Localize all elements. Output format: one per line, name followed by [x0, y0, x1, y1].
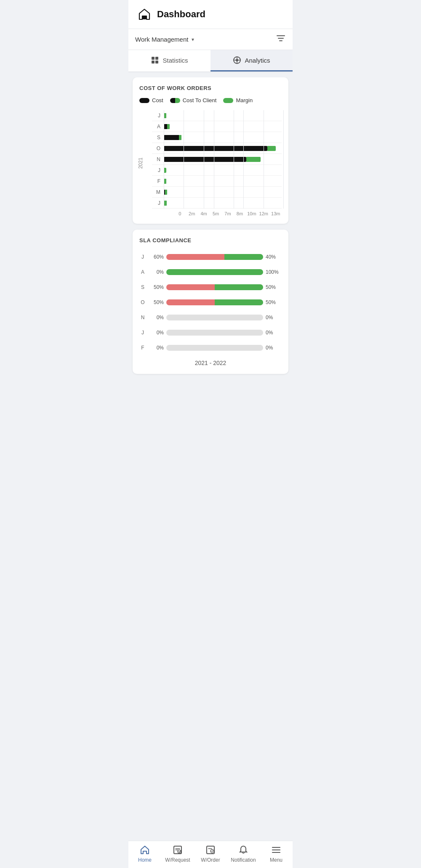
- sla-pass-bar: [224, 254, 263, 260]
- sla-rows: J 60% 40% A 0% 100% S 50% 50% O: [139, 249, 282, 355]
- x-axis: 02m4m5m7m8m10m12m13m: [152, 211, 282, 216]
- svg-point-15: [178, 850, 181, 853]
- sla-row-label: J: [139, 254, 146, 260]
- sla-pass-pct: 0%: [266, 330, 282, 336]
- margin-bar: [167, 124, 170, 129]
- cost-row-label: N: [152, 156, 160, 162]
- nav-home-label: Home: [138, 857, 152, 863]
- sla-row: O 50% 50%: [139, 295, 282, 310]
- sla-pass-pct: 100%: [266, 269, 282, 275]
- sla-row-label: S: [139, 284, 146, 290]
- menu-icon: [271, 844, 282, 855]
- svg-rect-7: [155, 61, 158, 64]
- x-tick: 5m: [210, 211, 221, 216]
- sla-fail-pct: 0%: [149, 345, 164, 351]
- home-header-icon: [137, 7, 152, 22]
- sla-fail-pct: 50%: [149, 299, 164, 305]
- notification-icon: [238, 844, 249, 855]
- nav-menu[interactable]: Menu: [264, 844, 289, 863]
- cost-chart-row: J: [152, 165, 282, 176]
- legend-cost-label: Cost: [152, 97, 163, 103]
- sla-bar: [166, 269, 263, 275]
- sla-pass-pct: 50%: [266, 284, 282, 290]
- sla-row: J 0% 0%: [139, 325, 282, 340]
- cost-row-label: O: [152, 146, 160, 151]
- cost-of-work-orders-card: COST OF WORK ORDERS Cost Cost To Client …: [133, 77, 288, 224]
- sla-pass-bar: [215, 299, 263, 305]
- y-axis-label: 2021: [138, 158, 144, 169]
- nav-notification-label: Notification: [231, 857, 256, 863]
- nav-home[interactable]: Home: [132, 844, 157, 863]
- cost-row-bars: [164, 189, 282, 196]
- scroll-area: COST OF WORK ORDERS Cost Cost To Client …: [128, 77, 293, 413]
- nav-menu-label: Menu: [270, 857, 282, 863]
- legend-margin-label: Margin: [236, 97, 253, 103]
- sla-pass-pct: 0%: [266, 345, 282, 351]
- cost-row-bars: [164, 167, 282, 174]
- sla-bar: [166, 254, 263, 260]
- margin-bar: [164, 168, 166, 173]
- cost-row-label: A: [152, 124, 160, 130]
- x-tick: 12m: [258, 211, 269, 216]
- x-tick: 8m: [234, 211, 245, 216]
- work-management-selector[interactable]: Work Management ▾: [135, 36, 194, 43]
- sla-row: S 50% 50%: [139, 280, 282, 295]
- cost-row-bars: [164, 178, 282, 185]
- sla-bar: [166, 330, 263, 336]
- sla-fail-pct: 0%: [149, 269, 164, 275]
- cost-row-bars: [164, 156, 282, 163]
- tab-statistics[interactable]: Statistics: [128, 50, 210, 71]
- cost-chart-row: O: [152, 143, 282, 154]
- home-nav-icon: [139, 844, 150, 855]
- sla-bar: [166, 315, 263, 320]
- sla-year-label: 2021 - 2022: [139, 360, 282, 366]
- svg-point-9: [236, 59, 238, 61]
- x-tick: 7m: [222, 211, 234, 216]
- x-tick: 0: [174, 211, 186, 216]
- worder-icon: [205, 844, 216, 855]
- sla-row-label: N: [139, 315, 146, 320]
- cost-chart-row: M: [152, 187, 282, 198]
- x-tick: 4m: [198, 211, 210, 216]
- sla-bar: [166, 284, 263, 290]
- filter-icon[interactable]: [276, 33, 286, 45]
- x-tick: 10m: [246, 211, 258, 216]
- grid-icon: [151, 56, 159, 64]
- legend-margin-dot: [223, 98, 233, 103]
- sla-row-label: F: [139, 345, 146, 351]
- nav-wrequest-label: W/Request: [165, 857, 190, 863]
- sla-row: A 0% 100%: [139, 265, 282, 280]
- svg-rect-5: [155, 57, 158, 60]
- sla-fail-pct: 0%: [149, 330, 164, 336]
- sla-pass-bar: [215, 284, 263, 290]
- cost-row-label: F: [152, 178, 160, 184]
- cost-chart-rows: JASONJFMJ: [152, 110, 282, 209]
- cost-chart-row: S: [152, 132, 282, 143]
- tab-analytics-label: Analytics: [245, 57, 270, 64]
- sla-chart-title: SLA COMPLIANCE: [139, 237, 282, 243]
- sla-fail-pct: 0%: [149, 315, 164, 320]
- cost-row-bars: [164, 112, 282, 119]
- legend-cost-to-client-dot: [170, 98, 180, 103]
- margin-bar: [164, 179, 166, 184]
- nav-notification[interactable]: Notification: [231, 844, 256, 863]
- tab-analytics[interactable]: Analytics: [210, 50, 293, 71]
- cost-chart-row: F: [152, 176, 282, 187]
- sla-row-label: A: [139, 269, 146, 275]
- tab-statistics-label: Statistics: [163, 57, 188, 64]
- sla-pass-pct: 50%: [266, 299, 282, 305]
- cost-row-bars: [164, 134, 282, 141]
- cost-row-bars: [164, 200, 282, 206]
- cost-chart-legend: Cost Cost To Client Margin: [139, 97, 282, 103]
- cost-row-label: J: [152, 167, 160, 173]
- margin-bar: [179, 135, 181, 140]
- cost-row-label: S: [152, 135, 160, 140]
- cost-bar: [164, 157, 246, 162]
- nav-worder[interactable]: W/Order: [198, 844, 223, 863]
- nav-wrequest[interactable]: W/Request: [165, 844, 190, 863]
- cost-chart-row: J: [152, 110, 282, 121]
- svg-rect-6: [152, 61, 155, 64]
- cost-row-bars: [164, 145, 282, 152]
- x-tick: 13m: [270, 211, 282, 216]
- margin-bar: [164, 113, 166, 118]
